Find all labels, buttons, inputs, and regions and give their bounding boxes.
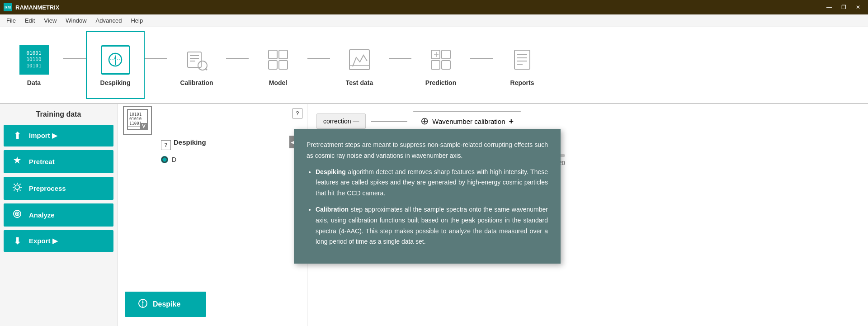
- toolbar-item-calibration[interactable]: Calibration: [167, 31, 226, 99]
- sidebar: Training data ⬆ Import ▶ Pretreat Prepro…: [0, 104, 118, 326]
- svg-rect-18: [442, 61, 450, 69]
- tooltip-list: Despiking algorithm detect and removes s…: [316, 167, 548, 248]
- menu-view[interactable]: View: [39, 15, 61, 26]
- menu-window[interactable]: Window: [61, 15, 91, 26]
- connector-line: [371, 121, 407, 122]
- toolbar-label-data: Data: [27, 79, 41, 86]
- svg-point-29: [17, 213, 18, 214]
- despike-icon: [137, 298, 148, 311]
- pretreat-icon: [11, 156, 24, 168]
- connector-2: [145, 58, 167, 59]
- toolbar-label-reports: Reports: [510, 79, 534, 86]
- despiking-help-button[interactable]: ?: [161, 140, 171, 150]
- export-label: Export ▶: [29, 237, 58, 245]
- connector-3: [226, 58, 249, 59]
- step-badge: 10101 01010 11001: [123, 106, 152, 135]
- svg-text:10101: 10101: [129, 112, 142, 117]
- toolbar-item-reports[interactable]: Reports: [493, 31, 552, 99]
- sidebar-btn-import[interactable]: ⬆ Import ▶: [4, 125, 113, 146]
- import-label: Import ▶: [29, 132, 57, 140]
- sidebar-title: Training data: [0, 104, 117, 123]
- toolbar-item-model[interactable]: Model: [249, 31, 307, 99]
- model-icon: [262, 44, 294, 76]
- testdata-icon: [344, 44, 375, 76]
- wavenumber-label: Wavenumber calibration: [432, 118, 505, 125]
- menu-help[interactable]: Help: [126, 15, 147, 26]
- pretreat-label: Pretreat: [29, 158, 55, 165]
- despiking-radio-label: D: [172, 156, 176, 163]
- sidebar-btn-export[interactable]: ⬇ Export ▶: [4, 230, 113, 252]
- reports-icon: [506, 44, 538, 76]
- calibration-icon: [181, 44, 212, 76]
- menu-file[interactable]: File: [2, 15, 20, 26]
- tooltip-popup: Pretreatment steps are meant to suppress…: [294, 129, 561, 264]
- tooltip-despiking-item: Despiking algorithm detect and removes s…: [316, 167, 548, 199]
- title-bar-left: RM RAMANMETRIX: [4, 3, 60, 11]
- sidebar-btn-pretreat[interactable]: Pretreat: [4, 150, 113, 173]
- app-title: RAMANMETRIX: [15, 4, 60, 11]
- svg-point-26: [15, 185, 19, 189]
- toolbar-item-testdata[interactable]: Test data: [330, 31, 389, 99]
- svg-rect-12: [279, 61, 288, 69]
- analyze-label: Analyze: [29, 211, 55, 219]
- connector-5: [389, 58, 411, 59]
- svg-line-8: [205, 68, 207, 70]
- despike-button[interactable]: Despike: [125, 292, 206, 317]
- wavenumber-button[interactable]: ⊕ Wavenumber calibration +: [413, 111, 521, 131]
- sidebar-btn-preprocess[interactable]: Preprocess: [4, 177, 113, 200]
- despiking-subsection: ? DespDespikingiking D: [161, 138, 300, 167]
- svg-rect-16: [442, 50, 450, 59]
- sidebar-btn-analyze[interactable]: Analyze: [4, 203, 113, 227]
- title-bar-controls: — ❐ ✕: [823, 3, 864, 12]
- content-area: 10101 01010 11001 ? ◀ ?: [118, 104, 868, 326]
- data-icon: 010011011010101: [18, 44, 50, 76]
- despiking-icon: [99, 44, 131, 76]
- preprocess-label: Preprocess: [29, 184, 66, 192]
- svg-text:01010: 01010: [129, 117, 142, 121]
- menu-bar: File Edit View Window Advanced Help: [0, 14, 868, 27]
- prediction-icon: [425, 44, 457, 76]
- correction-button[interactable]: correction —: [316, 113, 366, 129]
- toolbar-label-calibration: Calibration: [180, 79, 213, 86]
- maximize-button[interactable]: ❐: [837, 3, 850, 12]
- despike-label: Despike: [153, 300, 180, 308]
- svg-rect-10: [279, 50, 288, 59]
- connector-4: [307, 58, 330, 59]
- tooltip-despiking-title: Despiking: [316, 168, 346, 175]
- toolbar-label-model: Model: [269, 79, 287, 86]
- correction-label: correction —: [323, 118, 359, 125]
- connector-1: [63, 58, 86, 59]
- help-button-main[interactable]: ?: [292, 109, 302, 118]
- minimize-button[interactable]: —: [823, 3, 835, 12]
- wavenumber-plus: +: [509, 117, 514, 126]
- analyze-icon: [11, 209, 24, 221]
- toolbar-label-prediction: Prediction: [425, 79, 456, 86]
- tooltip-calibration-item: Calibration step approximates all the sa…: [316, 204, 548, 247]
- svg-rect-21: [514, 50, 530, 69]
- main-area: Training data ⬆ Import ▶ Pretreat Prepro…: [0, 104, 868, 326]
- despiking-radio[interactable]: [161, 156, 168, 163]
- toolbar-label-despiking: Despiking: [100, 79, 131, 86]
- tooltip-intro: Pretreatment steps are meant to suppress…: [307, 140, 548, 161]
- toolbar-label-testdata: Test data: [346, 79, 373, 86]
- toolbar-item-data[interactable]: 010011011010101 Data: [5, 31, 63, 99]
- preprocess-icon: [11, 182, 24, 194]
- svg-rect-3: [188, 52, 201, 67]
- toolbar: 010011011010101 Data Despiking: [0, 27, 868, 104]
- svg-rect-11: [269, 61, 277, 69]
- connector-6: [470, 58, 493, 59]
- app-icon: RM: [4, 3, 12, 11]
- toolbar-item-despiking[interactable]: Despiking: [86, 31, 145, 99]
- svg-rect-9: [269, 50, 277, 59]
- despiking-section-label: DespDespikingiking: [174, 138, 206, 146]
- toolbar-item-prediction[interactable]: Prediction: [411, 31, 470, 99]
- wavenumber-icon: ⊕: [420, 115, 429, 127]
- title-bar: RM RAMANMETRIX — ❐ ✕: [0, 0, 868, 14]
- export-icon: ⬇: [11, 236, 24, 246]
- tooltip-calibration-title: Calibration: [316, 206, 349, 213]
- svg-rect-17: [431, 61, 440, 69]
- svg-text:11001: 11001: [129, 121, 142, 126]
- close-button[interactable]: ✕: [852, 3, 864, 12]
- menu-edit[interactable]: Edit: [20, 15, 39, 26]
- menu-advanced[interactable]: Advanced: [91, 15, 127, 26]
